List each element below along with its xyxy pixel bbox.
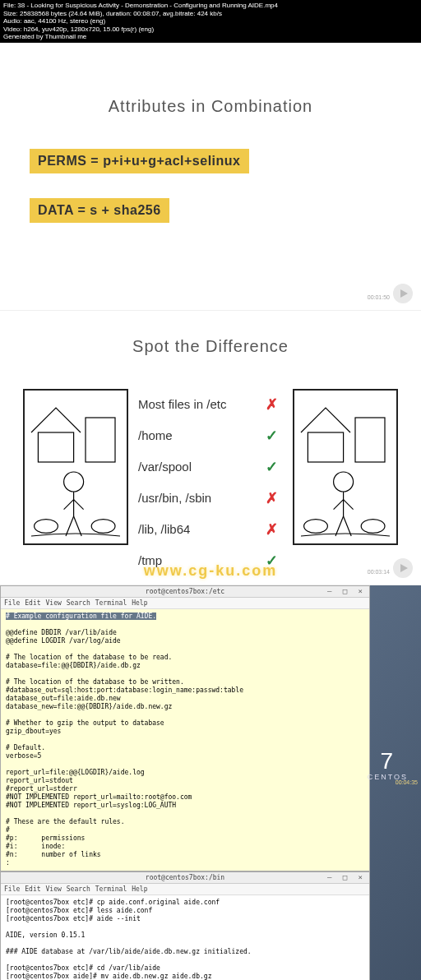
window-controls[interactable]: – □ × xyxy=(327,873,366,881)
directory-list: Most files in /etc✗/home✓/var/spool✓/usr… xyxy=(135,389,286,576)
titlebar[interactable]: root@centos7box:/bin – □ × xyxy=(1,872,369,884)
check-icon: ✓ xyxy=(266,427,278,445)
svg-point-13 xyxy=(334,472,354,492)
illustration-left xyxy=(23,389,128,545)
farm-scene-icon xyxy=(26,392,125,542)
slide-attributes: Attributes in Combination PERMS = p+i+u+… xyxy=(0,43,421,311)
slide1-title: Attributes in Combination xyxy=(0,97,421,116)
menu-edit[interactable]: Edit xyxy=(25,885,40,893)
desktop-area: root@centos7box:/etc – □ × FileEditViewS… xyxy=(0,585,421,980)
path-label: /lib, /lib64 xyxy=(138,522,190,536)
meta-size: Size: 25838568 bytes (24.64 MiB), durati… xyxy=(3,10,418,18)
menu-edit[interactable]: Edit xyxy=(25,599,40,607)
timestamp: 00:01:50 xyxy=(368,294,390,300)
timestamp: 00:03:14 xyxy=(368,569,390,575)
menu-help[interactable]: Help xyxy=(132,885,147,893)
slide-spot-difference: Spot the Difference Most files in /etc✗/… xyxy=(0,311,421,585)
centos-number: 7 xyxy=(368,750,408,773)
window-title: root@centos7box:/bin xyxy=(146,874,224,881)
svg-rect-11 xyxy=(308,432,343,462)
play-icon[interactable] xyxy=(393,558,413,578)
titlebar[interactable]: root@centos7box:/etc – □ × xyxy=(1,586,369,598)
terminal-output[interactable]: # Example configuration file for AIDE. @… xyxy=(1,609,369,871)
farm-scene-icon xyxy=(296,392,395,542)
menu-terminal[interactable]: Terminal xyxy=(95,599,127,607)
highlight-data: DATA = s + sha256 xyxy=(30,198,169,223)
menu-view[interactable]: View xyxy=(46,599,62,607)
terminal-menubar[interactable]: FileEditViewSearchTerminalHelp xyxy=(1,884,369,895)
svg-point-20 xyxy=(361,520,385,534)
svg-line-15 xyxy=(334,500,344,510)
terminal-window-1[interactable]: root@centos7box:/etc – □ × FileEditViewS… xyxy=(0,585,370,871)
terminal-text: @@define DBDIR /var/lib/aide @@define LO… xyxy=(6,629,243,867)
illustration-right xyxy=(293,389,398,545)
play-icon[interactable] xyxy=(393,284,413,303)
menu-file[interactable]: File xyxy=(4,599,20,607)
path-label: Most files in /etc xyxy=(138,397,227,411)
list-item: /usr/bin, /sbin✗ xyxy=(138,483,283,514)
watermark: www.cg-ku.com xyxy=(144,562,277,580)
meta-video: Video: h264, yuv420p, 1280x720, 15.00 fp… xyxy=(3,25,418,34)
svg-rect-12 xyxy=(355,418,385,462)
meta-file: File: 38 - Looking for Suspicious Activi… xyxy=(3,2,418,10)
svg-line-17 xyxy=(335,516,344,536)
svg-line-16 xyxy=(344,500,354,510)
svg-rect-0 xyxy=(28,395,123,539)
list-item: /home✓ xyxy=(138,420,283,451)
cross-icon: ✗ xyxy=(266,395,278,414)
timestamp: 00:04:35 xyxy=(396,779,418,785)
menu-help[interactable]: Help xyxy=(132,599,147,607)
meta-gen: Generated by Thumbnail me xyxy=(3,33,418,41)
list-item: /lib, /lib64✗ xyxy=(138,514,283,545)
terminal-window-2[interactable]: root@centos7box:/bin – □ × FileEditViewS… xyxy=(0,871,370,980)
path-label: /var/spool xyxy=(138,460,192,474)
check-icon: ✓ xyxy=(266,458,278,476)
highlight-perms: PERMS = p+i+u+g+acl+selinux xyxy=(30,149,249,173)
slide2-title: Spot the Difference xyxy=(0,337,421,356)
menu-terminal[interactable]: Terminal xyxy=(95,885,127,893)
terminal-menubar[interactable]: FileEditViewSearchTerminalHelp xyxy=(1,598,369,609)
menu-view[interactable]: View xyxy=(46,885,62,893)
path-label: /home xyxy=(138,428,173,442)
svg-point-19 xyxy=(304,520,328,534)
cross-icon: ✗ xyxy=(266,520,278,539)
selected-text: # Example configuration file for AIDE. xyxy=(6,612,156,620)
path-label: /usr/bin, /sbin xyxy=(138,491,211,505)
window-title: root@centos7box:/etc xyxy=(146,588,224,595)
terminal-text: [root@centos7box etc]# cp aide.conf.orig… xyxy=(6,899,252,980)
window-controls[interactable]: – □ × xyxy=(327,587,366,595)
menu-file[interactable]: File xyxy=(4,885,20,893)
list-item: Most files in /etc✗ xyxy=(138,389,283,420)
menu-search[interactable]: Search xyxy=(67,599,90,607)
centos-logo: 7 CENTOS xyxy=(368,750,408,781)
terminal-output[interactable]: [root@centos7box etc]# cp aide.conf.orig… xyxy=(1,895,369,980)
menu-search[interactable]: Search xyxy=(67,885,90,893)
list-item: /var/spool✓ xyxy=(138,451,283,483)
svg-line-18 xyxy=(344,516,352,536)
video-metadata: File: 38 - Looking for Suspicious Activi… xyxy=(0,0,421,43)
cross-icon: ✗ xyxy=(266,489,278,507)
meta-audio: Audio: aac, 44100 Hz, stereo (eng) xyxy=(3,17,418,25)
